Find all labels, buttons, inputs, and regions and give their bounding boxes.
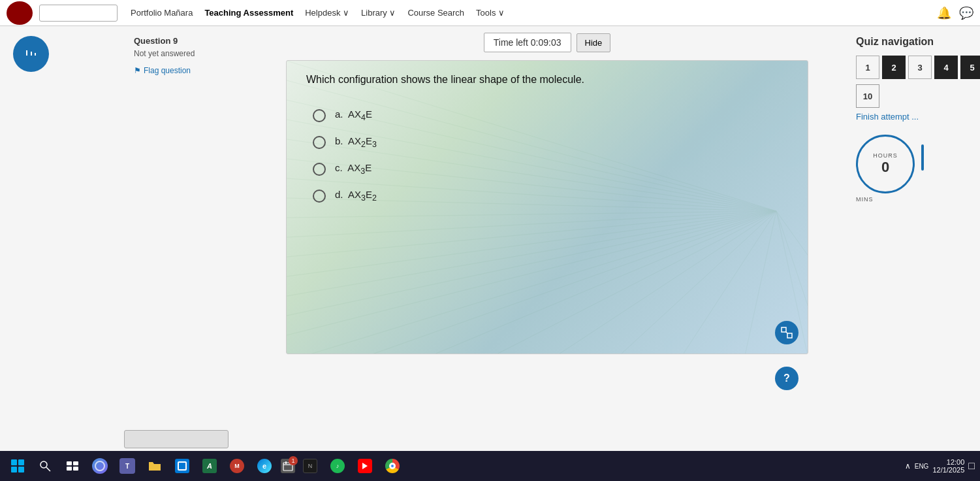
taskbar-excel[interactable]: A: [197, 454, 222, 478]
taskbar-mcafee[interactable]: M: [225, 454, 249, 478]
taskbar-badge-container: 1: [281, 459, 295, 473]
svg-rect-26: [782, 327, 786, 332]
quiz-center: Time left 0:09:03 Hide: [251, 26, 849, 451]
question-sidebar: Question 9 Not yet answered ⚑ Flag quest…: [124, 26, 251, 451]
nav-cell-2[interactable]: 2: [882, 56, 906, 79]
radio-a[interactable]: [313, 109, 326, 122]
nav-cell-5[interactable]: 5: [960, 56, 980, 79]
taskbar-folder[interactable]: [142, 454, 167, 478]
svg-rect-34: [73, 467, 78, 471]
nav-cell-1[interactable]: 1: [856, 56, 879, 79]
nav-links: Portfolio Mañara Teaching Assessment Hel…: [131, 8, 937, 18]
taskbar-time: 12:00 12/1/2025: [932, 458, 964, 474]
taskbar-teams[interactable]: T: [115, 454, 140, 478]
svg-line-16: [352, 211, 776, 354]
svg-line-9: [287, 211, 776, 237]
svg-line-21: [678, 211, 776, 354]
nav-search-input[interactable]: [39, 5, 118, 22]
svg-line-18: [482, 211, 776, 354]
notification-badge: 1: [289, 456, 298, 465]
timer-display: Time left 0:09:03: [484, 33, 571, 52]
taskbar: T A M e 1 N: [0, 451, 980, 481]
taskbar-taskview[interactable]: [60, 454, 85, 478]
taskbar-store[interactable]: [170, 454, 195, 478]
svg-rect-27: [787, 333, 792, 338]
finish-attempt-link[interactable]: Finish attempt ...: [856, 112, 973, 122]
taskbar-news[interactable]: N: [298, 454, 323, 478]
svg-line-19: [548, 211, 776, 354]
top-navigation: Portfolio Mañara Teaching Assessment Hel…: [0, 0, 980, 26]
option-b[interactable]: b. AX2E3: [313, 135, 788, 149]
chat-icon[interactable]: 💬: [959, 6, 973, 20]
option-c-text: c. AX3E: [335, 162, 371, 176]
nav-right-icons: 🔔 💬: [937, 6, 973, 20]
svg-line-30: [46, 467, 50, 471]
svg-line-11: [287, 211, 776, 276]
nav-tools[interactable]: Tools ∨: [476, 8, 505, 18]
taskbar-chrome[interactable]: [380, 454, 405, 478]
expand-button[interactable]: [775, 321, 798, 344]
svg-rect-33: [67, 467, 72, 471]
svg-line-25: [776, 211, 808, 257]
nav-portfolio[interactable]: Portfolio Mañara: [131, 8, 193, 18]
taskbar-spotify[interactable]: ♪: [325, 454, 350, 478]
nav-cell-3[interactable]: 3: [908, 56, 932, 79]
svg-point-29: [40, 461, 47, 468]
taskbar-up-arrow[interactable]: ∧: [905, 461, 911, 471]
question-status: Not yet answered: [134, 48, 242, 59]
bottom-nav-input[interactable]: [124, 430, 229, 448]
taskbar-right: ∧ ENG 12:00 12/1/2025 □: [905, 458, 975, 474]
taskbar-edge[interactable]: e: [252, 454, 277, 478]
timer-bar: Time left 0:09:03 Hide: [484, 33, 611, 52]
svg-line-10: [287, 211, 776, 257]
nav-course-search[interactable]: Course Search: [407, 8, 464, 18]
nav-cell-10[interactable]: 10: [856, 84, 879, 108]
hide-timer-button[interactable]: Hide: [577, 33, 611, 52]
mins-label: MINS: [856, 196, 973, 203]
flag-question-button[interactable]: ⚑ Flag question: [134, 66, 242, 75]
svg-rect-32: [73, 461, 78, 465]
quiz-nav-title: Quiz navigation: [856, 36, 973, 48]
right-panel: Quiz navigation 1 2 3 4 5 10 Finish atte…: [849, 26, 980, 451]
taskbar-notification-area[interactable]: □: [968, 460, 975, 472]
svg-line-12: [287, 211, 776, 296]
help-button[interactable]: ?: [775, 367, 798, 390]
nav-helpdesk[interactable]: Helpdesk ∨: [305, 8, 349, 18]
logo: [7, 1, 33, 25]
option-c[interactable]: c. AX3E: [313, 162, 788, 176]
svg-line-14: [287, 211, 776, 335]
taskbar-search[interactable]: [33, 454, 57, 478]
option-a[interactable]: a. AX4E: [313, 108, 788, 122]
notification-icon[interactable]: 🔔: [937, 6, 951, 20]
radio-b[interactable]: [313, 136, 326, 149]
start-button[interactable]: [5, 454, 30, 478]
question-number: Question 9: [134, 36, 242, 46]
svg-line-13: [287, 211, 776, 316]
radio-d[interactable]: [313, 190, 326, 203]
quiz-bg-decoration: [287, 61, 808, 354]
svg-rect-31: [67, 461, 72, 465]
left-panel: [0, 26, 124, 451]
svg-line-24: [776, 211, 808, 309]
svg-line-22: [744, 211, 776, 354]
main-content: Question 9 Not yet answered ⚑ Flag quest…: [0, 26, 980, 451]
taskbar-calendar[interactable]: 1: [281, 459, 295, 473]
nav-cell-4[interactable]: 4: [934, 56, 958, 79]
svg-line-20: [613, 211, 776, 354]
nav-library[interactable]: Library ∨: [361, 8, 396, 18]
question-text: Which configuration shows the linear sha…: [306, 74, 788, 86]
hours-value: 0: [881, 159, 889, 176]
radio-c[interactable]: [313, 163, 326, 176]
taskbar-youtube[interactable]: [353, 454, 377, 478]
svg-line-15: [287, 211, 776, 354]
nav-teaching[interactable]: Teaching Assessment: [204, 8, 293, 18]
svg-line-8: [287, 211, 776, 218]
option-a-text: a. AX4E: [335, 108, 372, 122]
option-d[interactable]: d. AX3E2: [313, 189, 788, 203]
svg-rect-37: [285, 461, 287, 464]
taskbar-web[interactable]: [87, 454, 112, 478]
quiz-nav-grid: 1 2 3 4 5: [856, 56, 973, 79]
svg-line-17: [417, 211, 776, 354]
option-b-text: b. AX2E3: [335, 135, 377, 149]
profile-avatar: [13, 36, 49, 72]
